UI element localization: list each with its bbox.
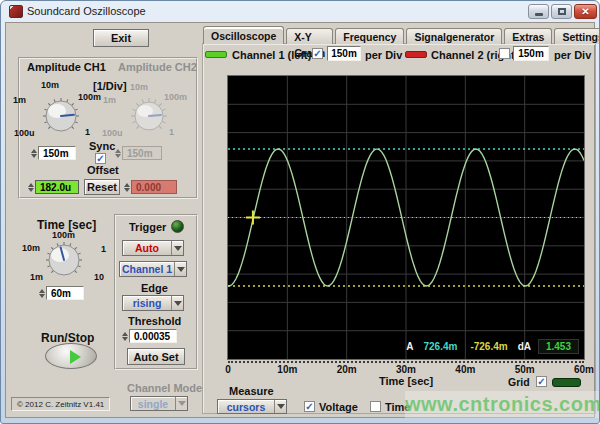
amplitude-ch2-value[interactable]: 150m [122,146,162,160]
cursor-a2-value: -726.4m [467,341,510,352]
spinner-arrows-icon[interactable] [123,180,131,194]
tab-frequency[interactable]: Frequency [335,28,404,44]
tab-oscilloscope[interactable]: Oscilloscope [203,26,284,44]
cursor-a-label: A [406,341,413,352]
grid-checkbox[interactable] [536,376,547,387]
cursor-da-value: 1.453 [538,339,579,354]
ch1-scale-100m: 100m [78,92,101,102]
amplitude-ch2-label: Amplitude CH2 [118,61,197,73]
offset-label: Offset [87,164,119,176]
measure-mode-dropdown[interactable]: cursors [217,399,287,414]
minimize-button[interactable] [528,4,549,19]
tab-extras[interactable]: Extras [504,28,552,44]
amplitude-ch1-spinner[interactable]: 150m [30,146,76,160]
spinner-arrows-icon[interactable] [30,146,38,160]
trigger-source-value: Channel 1 [120,263,174,275]
ch1-scale-1: 1 [85,127,90,137]
ch2-scale-1m: 1m [103,95,116,105]
reset-button[interactable]: Reset [84,179,120,195]
measure-mode-value: cursors [218,401,274,413]
watermark: www.cntronics.com [405,391,599,418]
spinner-arrows-icon[interactable] [114,146,122,160]
close-button[interactable]: ✕ [574,4,597,19]
oscilloscope-display[interactable]: A 726.4m -726.4m dA 1.453 [227,75,585,360]
tab-signalgenerator[interactable]: Signalgenerator [406,28,502,44]
offset-ch1-value[interactable]: 182.0u [35,180,79,194]
ch2-scale-100u: 100u [102,128,123,138]
maximize-icon [558,8,566,15]
ch2-scale-10m: 10m [130,82,148,92]
chevron-down-icon [171,296,183,310]
x-tick-label: 0 [225,364,231,375]
exit-button[interactable]: Exit [93,29,149,47]
x-tick-label: 60m [574,364,594,375]
channel-mode-value: single [131,398,175,410]
copyright-label: © 2012 C. Zeitnitz V1.41 [11,397,110,411]
x-tick-label: 50m [515,364,535,375]
amplitude-unit-label: [1/Div] [93,80,127,92]
channel2-checkbox[interactable] [499,48,510,59]
maximize-button[interactable] [551,4,572,19]
channel2-swatch [405,51,427,58]
minimize-icon [535,13,543,16]
time-measure-checkbox[interactable] [370,401,381,412]
trigger-source-dropdown[interactable]: Channel 1 [119,261,187,277]
time-spinner[interactable]: 60m [38,286,84,300]
sync-label: Sync [89,140,115,152]
app-window: Soundcard Oszilloscope ✕ Exit Amplitude … [0,0,600,424]
threshold-value[interactable]: 0.00035 [129,329,177,343]
channel2-per-div-label: per Div [554,49,591,61]
x-axis-ruler [228,361,584,363]
chevron-down-icon [171,241,183,255]
grid-color-swatch[interactable] [552,378,581,387]
trigger-label: Trigger [129,221,166,233]
edge-dropdown[interactable]: rising [122,295,184,311]
channel1-checkbox[interactable] [312,48,323,59]
amplitude-ch2-spinner[interactable]: 150m [114,146,162,160]
trigger-mode-value: Auto [123,242,171,254]
channel1-label: Channel 1 (left) [232,49,311,61]
cursor-a1-value: 726.4m [420,341,460,352]
spinner-arrows-icon[interactable] [27,180,35,194]
amplitude-ch1-value[interactable]: 150m [38,146,76,160]
time-scale-100m: 100m [52,230,75,240]
auto-set-button[interactable]: Auto Set [127,348,185,365]
window-title: Soundcard Oszilloscope [27,5,146,17]
amplitude-ch1-knob[interactable] [39,94,83,138]
sync-checkbox[interactable] [95,153,106,164]
x-axis-title: Time [sec] [228,375,584,387]
run-stop-button[interactable] [45,343,97,369]
tab-bar: Oscilloscope X-Y Graph Frequency Signalg… [203,26,600,44]
time-scale-1m: 1m [30,272,43,282]
time-knob[interactable] [42,238,86,282]
voltage-label: Voltage [319,401,358,413]
ch1-scale-1m: 1m [13,95,26,105]
grid-label: Grid [508,376,530,388]
channel1-per-div-value[interactable]: 150m [327,46,361,61]
amplitude-ch1-label: Amplitude CH1 [27,61,106,73]
tab-settings[interactable]: Settings [554,28,600,44]
trigger-mode-dropdown[interactable]: Auto [122,240,184,256]
voltage-checkbox[interactable] [304,401,315,412]
time-scale-10: 10 [94,272,104,282]
chevron-down-icon [175,397,187,410]
threshold-spinner[interactable]: 0.00035 [121,329,177,343]
x-tick-label: 10m [277,364,297,375]
channel1-per-div-label: per Div [365,49,402,61]
ch1-scale-10m: 10m [41,80,59,90]
offset-ch2-value[interactable]: 0.000 [131,180,177,194]
channel-mode-label: Channel Mode [127,382,202,394]
offset-ch1-spinner[interactable]: 182.0u [27,180,79,194]
channel1-swatch [205,51,227,58]
channel-mode-dropdown[interactable]: single [130,396,188,411]
chevron-down-icon [274,400,286,413]
ch2-scale-100m: 100m [164,92,187,102]
spinner-arrows-icon[interactable] [121,329,129,343]
x-tick-label: 30m [396,364,416,375]
time-value[interactable]: 60m [46,286,84,300]
channel2-per-div-value[interactable]: 150m [513,46,549,61]
spinner-arrows-icon[interactable] [38,286,46,300]
time-scale-10m: 10m [22,243,40,253]
tab-xy-graph[interactable]: X-Y Graph [286,28,333,44]
offset-ch2-spinner[interactable]: 0.000 [123,180,177,194]
